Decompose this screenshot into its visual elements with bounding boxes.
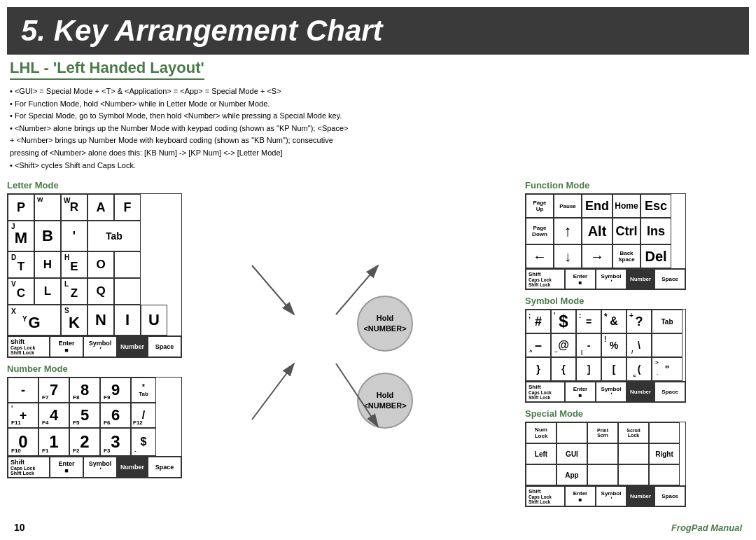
- sym-bracket-close: ]: [576, 357, 601, 381]
- sym-empty: [652, 333, 682, 357]
- svg-line-2: [252, 364, 294, 420]
- number-symbol-key: Symbol ʼ: [83, 457, 117, 478]
- fn-pause: Pause: [554, 194, 582, 218]
- num-7: 7 F7: [38, 378, 69, 403]
- key-L: L Z: [61, 278, 88, 305]
- key-O: [114, 251, 141, 278]
- num-0: 0 F10: [8, 428, 38, 456]
- sym-star: * &: [601, 310, 626, 333]
- sp-shift-key: Shift Caps Lock Shift Lock: [526, 486, 565, 506]
- subtitle: LHL - 'Left Handed Layout': [10, 59, 204, 80]
- fn-space-key: Space: [654, 269, 685, 289]
- sym-dash2: – ^: [526, 333, 551, 357]
- letter-mode-header: Letter Mode: [7, 180, 245, 191]
- svg-line-4: [336, 364, 378, 427]
- symbol-mode-keyboard: ; # ' $ : = * & + ?: [525, 309, 686, 403]
- letter-symbol-key: Symbol ʼ: [83, 336, 117, 357]
- num-3: 3 F3: [100, 428, 131, 456]
- sp-app: App: [556, 464, 587, 485]
- key-H: H E: [61, 251, 88, 278]
- fn-number-key: Number: [626, 269, 654, 289]
- fn-ins: Ins: [640, 218, 671, 244]
- num-6: 6 F6: [100, 403, 131, 428]
- fn-right-arrow: →: [582, 244, 612, 268]
- function-mode-header: Function Mode: [525, 180, 749, 191]
- sym-paren-open: ( <: [626, 357, 652, 381]
- fn-home: Home: [612, 194, 640, 218]
- key-F: F: [114, 194, 141, 221]
- sp-number-key: Number: [626, 486, 654, 506]
- fn-alt: Alt: [582, 218, 612, 244]
- fn-pagedown: PageDown: [526, 218, 554, 244]
- sym-backslash: \ /: [626, 333, 652, 357]
- sp-empty8: [649, 464, 680, 485]
- fn-down-arrow: ↓: [554, 244, 582, 268]
- key-P: P: [8, 194, 34, 221]
- key-J: J M: [8, 221, 34, 251]
- sym-at: @ ~: [551, 333, 576, 357]
- key-N: N: [88, 305, 114, 335]
- num-plus: ' + F11: [8, 403, 38, 428]
- sp-empty7: [618, 464, 649, 485]
- key-A: A: [88, 194, 114, 221]
- num-2: 2 F2: [69, 428, 100, 456]
- sym-question: + ?: [626, 310, 652, 333]
- key-WR: W R: [61, 194, 88, 221]
- num-dollar: $ -: [131, 428, 156, 456]
- num-slash: / F12: [131, 403, 156, 428]
- sym-colon: : =: [576, 310, 601, 333]
- sym-shift-key: Shift Caps Lock Shift Lock: [526, 382, 565, 402]
- center-column: Hold<NUMBER> Hold<NUMBER>: [245, 174, 525, 507]
- number-mode-keyboard: - 7 F7 8 F8 9 F9 * Tab: [7, 377, 182, 478]
- key-W: W: [34, 194, 61, 221]
- letter-space-key: Space: [148, 336, 181, 357]
- description: • <GUI> = Special Mode + <T> & <Applicat…: [10, 85, 749, 172]
- sym-bracket-open: [: [601, 357, 626, 381]
- number-shift-key: Shift Caps Lock Shift Lock: [8, 457, 50, 478]
- fn-pageup: PageUp: [526, 194, 554, 218]
- number-number-key: Number: [117, 457, 148, 478]
- letter-enter-key: Enter ■: [50, 336, 83, 357]
- key-U: U: [141, 305, 167, 335]
- number-enter-key: Enter ■: [50, 457, 83, 478]
- num-5: 5 F5: [69, 403, 100, 428]
- key-I: I: [114, 305, 141, 335]
- num-dash: -: [8, 378, 38, 403]
- key-GS: S K: [61, 305, 88, 335]
- left-column: Letter Mode P W W R A F J M B: [7, 174, 245, 507]
- sp-empty1: [556, 422, 587, 443]
- letter-mode-keyboard: P W W R A F J M B ': [7, 193, 182, 358]
- sp-space-key: Space: [654, 486, 685, 506]
- sp-gui: GUI: [556, 443, 587, 464]
- fn-shift-key: Shift Caps Lock Shift Lock: [526, 269, 565, 289]
- sp-empty2: [649, 422, 680, 443]
- sp-empty4: [618, 443, 649, 464]
- sym-semicolon: ; #: [526, 310, 551, 333]
- num-star-tab: * Tab: [131, 378, 156, 403]
- sp-scrolllock: Scroll Lock: [618, 422, 649, 443]
- sym-comma: ' $: [551, 310, 576, 333]
- num-8: 8 F8: [69, 378, 100, 403]
- sym-brace-open: {: [551, 357, 576, 381]
- function-mode-keyboard: PageUp Pause End Home Esc PageDown: [525, 193, 686, 290]
- key-T: H: [34, 251, 61, 278]
- sym-quote: " > `: [652, 357, 682, 381]
- fn-esc: Esc: [640, 194, 671, 218]
- sp-numlock: Num Lock: [526, 422, 556, 443]
- num-9: 9 F9: [100, 378, 131, 403]
- fn-backspace: Back Space: [612, 244, 640, 268]
- sym-brace-close: }: [526, 357, 551, 381]
- special-mode-header: Special Mode: [525, 408, 749, 419]
- sp-enter-key: Enter ■: [565, 486, 596, 506]
- svg-line-1: [252, 265, 294, 314]
- fn-up-arrow: ↑: [554, 218, 582, 244]
- special-mode-keyboard: Num Lock Print Scrn Scroll Lock Left: [525, 422, 686, 507]
- key-E: O: [88, 251, 114, 278]
- fn-symbol-key: Symbol ʼ: [596, 269, 626, 289]
- sym-space-key: Space: [654, 382, 685, 402]
- num-1: 1 F1: [38, 428, 69, 456]
- page-number: 10: [14, 522, 25, 533]
- sym-number-key: Number: [626, 382, 654, 402]
- brand-label: FrogPad Manual: [671, 522, 742, 533]
- sp-empty3: [587, 443, 618, 464]
